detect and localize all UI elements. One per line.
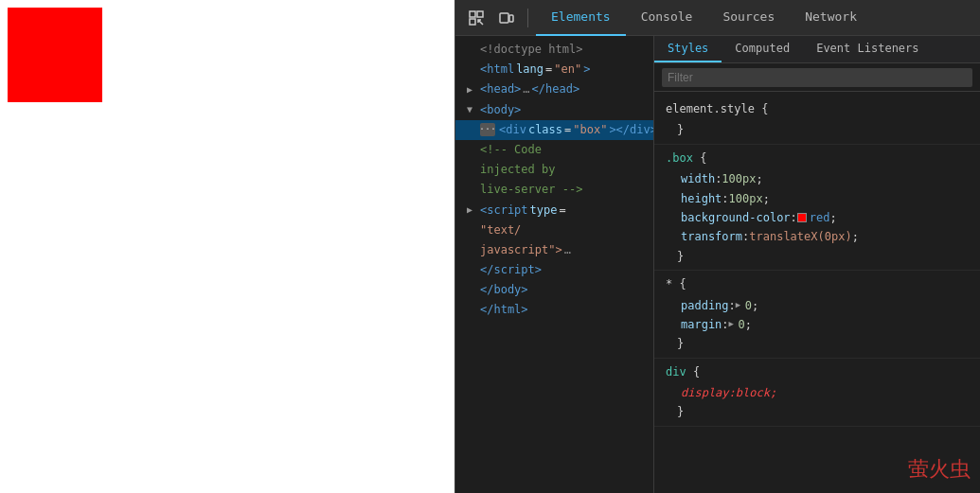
styles-sub-tabs: Styles Computed Event Listeners [654,36,980,63]
box-transform-prop: transform : translateX(0px) ; [666,227,969,246]
script-close-indent [467,263,478,278]
head-triangle: ▶ [467,82,478,97]
star-style-rule: * { padding : ▶ 0 ; margin : ▶ 0 [654,271,980,359]
body-close-indent [467,283,478,298]
devtools-toolbar: Elements Console Sources Network [455,0,980,36]
script-type-indent [467,222,478,238]
svg-rect-0 [470,11,475,17]
dom-script-js: javascript"> … [455,240,653,260]
box-bgcolor-prop: background-color : red ; [666,208,969,227]
device-icon[interactable] [493,5,520,31]
main-tabs: Elements Console Sources Network [536,0,872,36]
comment-indent3 [467,183,478,198]
subtab-computed[interactable]: Computed [722,36,803,62]
tab-console[interactable]: Console [626,0,708,36]
element-style-rule: element.style { } [654,96,980,145]
svg-rect-1 [477,11,483,17]
box-width-prop: width : 100px ; [666,169,969,188]
devtools-panel: Elements Console Sources Network <!docty… [454,0,980,493]
element-style-closing: } [666,120,969,139]
styles-panel: Styles Computed Event Listeners element. [654,36,980,493]
dom-body-open[interactable]: ▼ <body> [455,100,653,120]
box-rule-closing: } [666,247,969,266]
svg-rect-4 [509,15,513,22]
div-triangle [467,122,478,137]
styles-content: element.style { } .box { width : 100px [654,92,980,493]
dom-html[interactable]: <html lang = "en" > [455,60,653,79]
dom-script-open[interactable]: ▶ <script type = [455,201,653,220]
div-style-rule: div { display : block ; } [654,359,980,427]
dom-script-type: "text/ [455,220,653,240]
dom-comment-injected: injected by [455,160,653,180]
star-margin-prop: margin : ▶ 0 ; [666,315,969,334]
dom-doctype: <!doctype html> [455,40,653,60]
html-close-indent [467,303,478,318]
toolbar-separator [527,9,528,27]
tab-sources[interactable]: Sources [707,0,790,36]
dom-panel: <!doctype html> <html lang = "en" > ▶ <h… [455,36,654,493]
dom-html-close: </html> [455,300,653,320]
subtab-event-listeners[interactable]: Event Listeners [803,36,932,62]
svg-rect-3 [500,13,508,23]
dom-body-close: </body> [455,280,653,300]
star-selector: * { [666,274,969,293]
div-rule-closing: } [666,402,969,421]
tab-elements[interactable]: Elements [536,0,626,36]
box-style-rule: .box { width : 100px ; height : 100px ; [654,145,980,271]
expand-triangle[interactable]: ▶ [736,298,745,312]
script-js-indent [467,242,478,257]
element-style-selector: element.style { [666,99,969,118]
body-triangle: ▼ [467,102,478,117]
box-selector: .box { [666,149,969,167]
ellipsis-button[interactable]: ··· [480,123,495,136]
styles-filter-input[interactable] [662,68,972,87]
color-swatch-red[interactable] [797,213,807,222]
script-triangle: ▶ [467,202,478,218]
div-display-prop: display : block ; [666,383,969,402]
star-padding-prop: padding : ▶ 0 ; [666,296,969,315]
comment-indent2 [467,163,478,178]
box-height-prop: height : 100px ; [666,189,969,208]
dom-comment-code: <!-- Code [455,140,653,160]
triangle-placeholder [467,43,478,58]
webpage-preview [0,0,454,493]
red-box [8,8,102,102]
comment-indent [467,143,478,158]
html-triangle [467,62,478,78]
styles-filter-container [654,63,980,92]
dom-head[interactable]: ▶ <head> … </head> [455,79,653,99]
star-rule-closing: } [666,334,969,353]
svg-rect-2 [470,19,475,25]
dom-script-close: </script> [455,260,653,280]
inspector-icon[interactable] [463,5,490,31]
dom-div-box[interactable]: ··· <div class = "box" ></div> == [455,120,653,140]
div-selector: div { [666,362,969,381]
expand-triangle-margin[interactable]: ▶ [729,317,739,331]
subtab-styles[interactable]: Styles [654,36,722,62]
tab-network[interactable]: Network [790,0,872,36]
devtools-content: <!doctype html> <html lang = "en" > ▶ <h… [455,36,980,493]
dom-comment-liveserver: live-server --> [455,180,653,200]
